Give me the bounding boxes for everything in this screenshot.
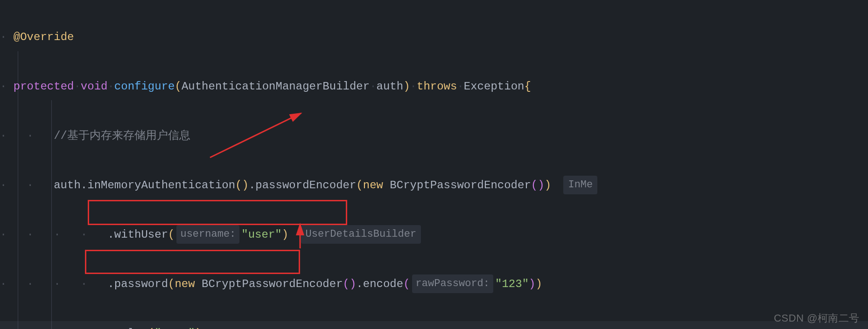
param-hint: username: bbox=[176, 225, 239, 244]
code-line-active: · · · · .roles("USER") bbox=[0, 321, 868, 329]
watermark: CSDN @柯南二号 bbox=[774, 311, 860, 325]
inlay-hint: InMe bbox=[563, 176, 597, 194]
code-line: · protected·void·configure(Authenticatio… bbox=[0, 74, 868, 99]
inlay-hint: UserDetailsBuilder bbox=[301, 225, 421, 244]
code-line: · · auth.inMemoryAuthentication().passwo… bbox=[0, 173, 868, 198]
code-editor[interactable]: · @Override · protected·void·configure(A… bbox=[0, 0, 868, 329]
annotation: @Override bbox=[14, 31, 74, 43]
comment: //基于内存来存储用户信息 bbox=[54, 130, 190, 142]
code-line: · · //基于内存来存储用户信息 bbox=[0, 123, 868, 148]
code-line: · · · · .withUser(username:"user") UserD… bbox=[0, 222, 868, 247]
param-hint: rawPassword: bbox=[412, 274, 493, 293]
code-line: · @Override bbox=[0, 25, 868, 49]
code-line: · · · · .password(new BCryptPasswordEnco… bbox=[0, 272, 868, 296]
